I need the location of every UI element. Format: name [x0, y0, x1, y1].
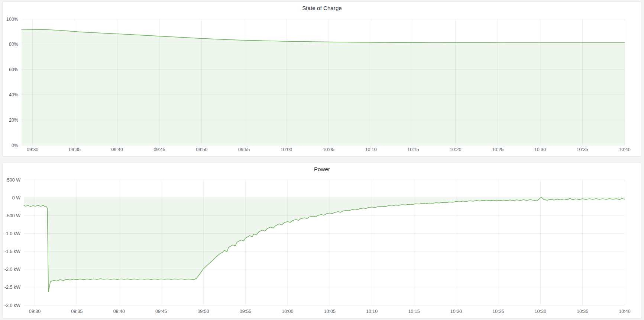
x-axis-tick-label: 09:55 — [240, 309, 251, 314]
y-axis-tick-label: 0 W — [12, 195, 20, 201]
x-axis-tick-label: 10:00 — [281, 147, 292, 152]
x-axis-tick-label: 09:45 — [155, 309, 167, 314]
x-axis-tick-label: 09:30 — [29, 309, 41, 314]
y-axis-tick-label: 80% — [9, 42, 18, 47]
x-axis-tick-label: 10:30 — [535, 309, 546, 314]
y-axis-tick-label: -1.5 kW — [4, 249, 20, 254]
y-axis-tick-label: -2.5 kW — [4, 285, 20, 290]
x-axis-tick-label: 10:40 — [619, 309, 630, 314]
x-axis-tick-label: 10:35 — [577, 147, 588, 152]
y-axis-tick-label: -1.0 kW — [4, 231, 20, 236]
power-chart[interactable]: 500 W0 W-500 W-1.0 kW-1.5 kW-2.0 kW-2.5 … — [3, 163, 641, 318]
y-axis-tick-label: 60% — [9, 67, 18, 72]
x-axis-tick-label: 10:00 — [282, 309, 293, 314]
x-axis-tick-label: 09:50 — [197, 309, 209, 314]
x-axis-tick-label: 10:15 — [407, 147, 419, 152]
x-axis-tick-label: 10:25 — [492, 147, 504, 152]
y-axis-tick-label: -3.0 kW — [4, 303, 20, 308]
x-axis-tick-label: 10:10 — [366, 309, 378, 314]
x-axis-tick-label: 10:10 — [365, 147, 376, 152]
x-axis-tick-label: 09:45 — [153, 147, 165, 152]
x-axis-tick-label: 09:40 — [111, 147, 123, 152]
y-axis-tick-label: 40% — [9, 92, 18, 97]
y-axis-tick-label: -500 W — [6, 213, 20, 218]
y-axis-tick-label: 100% — [6, 17, 18, 22]
x-axis-tick-label: 10:15 — [408, 309, 420, 314]
state-of-charge-chart[interactable]: 100%80%60%40%20%0%09:3009:3509:4009:4509… — [3, 2, 641, 156]
x-axis-tick-label: 09:55 — [238, 147, 250, 152]
y-axis-tick-label: 20% — [9, 118, 18, 123]
x-axis-tick-label: 09:50 — [196, 147, 207, 152]
panel-state-of-charge: State of Charge 100%80%60%40%20%0%09:300… — [3, 1, 641, 157]
x-axis-tick-label: 09:30 — [27, 147, 38, 152]
series-area-fill — [24, 197, 625, 292]
x-axis-tick-label: 10:25 — [492, 309, 504, 314]
y-axis-tick-label: -2.0 kW — [4, 267, 20, 272]
x-axis-tick-label: 10:20 — [450, 147, 461, 152]
x-axis-tick-label: 10:40 — [619, 147, 630, 152]
x-axis-tick-label: 09:35 — [69, 147, 81, 152]
x-axis-tick-label: 10:30 — [534, 147, 546, 152]
x-axis-tick-label: 09:40 — [113, 309, 125, 314]
x-axis-tick-label: 10:05 — [324, 309, 336, 314]
x-axis-tick-label: 10:35 — [577, 309, 588, 314]
x-axis-tick-label: 10:20 — [450, 309, 462, 314]
y-axis-tick-label: 0% — [12, 143, 18, 148]
y-axis-tick-label: 500 W — [7, 177, 20, 183]
x-axis-tick-label: 10:05 — [323, 147, 334, 152]
panel-title-power[interactable]: Power — [3, 166, 641, 172]
panel-title-state-of-charge[interactable]: State of Charge — [3, 5, 641, 11]
x-axis-tick-label: 09:35 — [71, 309, 82, 314]
series-area-fill — [22, 29, 625, 145]
panel-power: Power 500 W0 W-500 W-1.0 kW-1.5 kW-2.0 k… — [3, 163, 641, 319]
